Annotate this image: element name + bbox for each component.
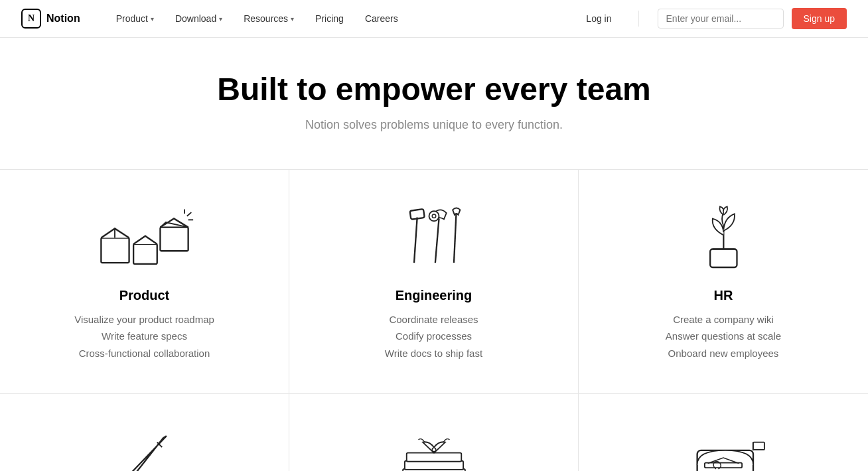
team-name-hr: HR [600,288,847,303]
team-desc-engineering: Coordinate releases Codify processes Wri… [311,311,557,362]
signup-button[interactable]: Sign up [792,8,847,29]
nav-item-product[interactable]: Product ▾ [107,8,163,29]
team-desc-product: Visualize your product roadmap Write fea… [21,311,267,362]
svg-rect-0 [101,238,129,263]
notion-icon: N [21,9,41,29]
nav-logo-text: Notion [46,13,80,25]
svg-line-10 [454,210,457,263]
team-cell-sales[interactable]: Sales [289,394,579,471]
nav-links: Product ▾ Download ▾ Resources ▾ Pricing… [107,8,579,29]
sales-icon [311,426,557,471]
nav-item-resources[interactable]: Resources ▾ [234,8,303,29]
email-input[interactable] [658,9,784,29]
product-icon [21,202,267,275]
svg-rect-2 [133,244,157,264]
hr-icon [600,202,847,275]
nav-right: Log in Sign up [578,8,847,29]
team-name-engineering: Engineering [311,288,557,303]
team-name-product: Product [21,288,267,303]
team-cell-marketing[interactable]: Marketing [579,394,868,471]
chevron-down-icon: ▾ [219,15,222,23]
design-icon [21,426,267,471]
svg-line-9 [435,219,439,263]
nav-item-download[interactable]: Download ▾ [166,8,232,29]
chevron-down-icon: ▾ [291,15,294,23]
marketing-icon [600,426,847,471]
nav-divider [638,11,639,27]
nav-item-pricing[interactable]: Pricing [306,8,353,29]
hero-title: Built to empower every team [21,72,847,107]
svg-point-19 [432,448,436,452]
svg-rect-3 [160,228,188,251]
svg-rect-17 [404,460,463,469]
team-cell-design[interactable]: Design [0,394,289,471]
svg-rect-22 [705,462,742,468]
login-button[interactable]: Log in [578,8,619,29]
team-desc-hr: Create a company wiki Answer questions a… [600,311,847,362]
hero-section: Built to empower every team Notion solve… [0,38,868,153]
svg-rect-18 [406,452,461,461]
nav-item-careers[interactable]: Careers [356,8,407,29]
svg-point-12 [432,214,436,218]
svg-line-8 [414,218,417,263]
engineering-icon [311,202,557,275]
team-cell-hr[interactable]: HR Create a company wiki Answer question… [579,170,868,395]
svg-rect-13 [710,249,737,267]
hero-subtitle: Notion solves problems unique to every f… [21,118,847,132]
chevron-down-icon: ▾ [151,15,154,23]
team-cell-engineering[interactable]: Engineering Coordinate releases Codify p… [289,170,579,395]
team-cell-product[interactable]: Product Visualize your product roadmap W… [0,170,289,395]
navbar: N Notion Product ▾ Download ▾ Resources … [0,0,868,38]
nav-logo[interactable]: N Notion [21,9,80,29]
svg-rect-24 [753,442,764,449]
svg-line-4 [186,212,191,216]
team-grid: Product Visualize your product roadmap W… [0,169,868,471]
